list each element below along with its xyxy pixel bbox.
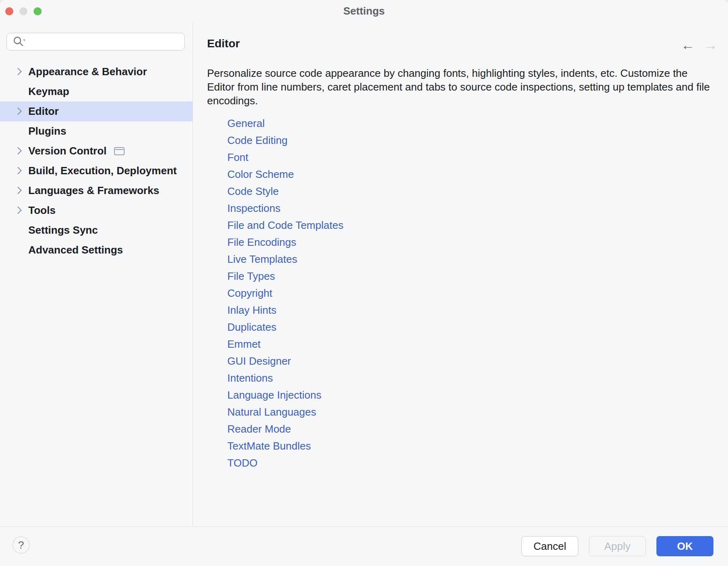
page-title: Editor [207,37,712,50]
editor-subpage-link-intentions[interactable]: Intentions [207,370,273,386]
editor-settings-panel: Editor ← → Personalize source code appea… [193,23,728,526]
sidebar-item-label: Plugins [28,125,66,137]
sidebar-item-label: Appearance & Behavior [28,65,147,78]
link-label: Live Templates [227,253,297,266]
settings-window: Settings Appearance & Behavior Keymap [0,0,728,566]
sidebar-item-label: Settings Sync [28,224,98,237]
editor-subpage-link-reader-mode[interactable]: Reader Mode [207,420,291,437]
link-label: Language Injections [227,389,322,401]
editor-subpage-link-emmet[interactable]: Emmet [207,336,260,353]
question-icon: ? [18,539,24,551]
editor-subpage-link-code-editing[interactable]: Code Editing [207,132,288,149]
search-field[interactable] [6,33,185,51]
editor-subpage-link-general[interactable]: General [207,115,265,132]
dialog-footer: ? Cancel Apply OK [0,526,728,566]
editor-subpage-link-file-and-code-templates[interactable]: File and Code Templates [207,217,343,234]
link-label: Inlay Hints [227,304,276,317]
editor-description: Personalize source code appearance by ch… [207,66,713,108]
sidebar-item-label: Version Control [28,145,107,157]
editor-subpages: General Code Editing Font Color Scheme C… [207,115,712,471]
sidebar-item-settings-sync[interactable]: Settings Sync [0,220,193,240]
link-label: Code Editing [227,134,288,147]
footer-buttons: Cancel Apply OK [521,536,713,556]
chevron-right-icon [14,147,21,154]
link-label: File Encodings [227,236,296,249]
editor-subpage-link-file-encodings[interactable]: File Encodings [207,234,296,251]
chevron-right-icon [14,186,21,194]
sidebar-item-label: Editor [28,105,59,118]
back-icon[interactable]: ← [681,38,695,52]
sidebar-tree: Appearance & Behavior Keymap Editor Plug… [0,62,193,260]
sidebar-item-keymap[interactable]: Keymap [0,82,193,101]
link-label: Reader Mode [227,423,291,435]
link-label: File Types [227,270,275,283]
link-label: Duplicates [227,321,276,334]
sidebar-item-languages-frameworks[interactable]: Languages & Frameworks [0,181,193,201]
editor-subpage-link-gui-designer[interactable]: GUI Designer [207,353,291,370]
editor-subpage-link-font[interactable]: Font [207,149,248,166]
editor-subpage-link-natural-languages[interactable]: Natural Languages [207,403,316,420]
editor-subpage-link-todo[interactable]: TODO [207,454,258,471]
link-label: File and Code Templates [227,219,343,232]
sidebar-item-editor[interactable]: Editor [0,101,193,121]
link-label: Color Scheme [227,168,294,181]
link-label: TextMate Bundles [227,440,311,452]
chevron-right-icon [14,167,21,174]
settings-window-icon [114,147,125,155]
link-label: Emmet [227,338,260,351]
sidebar-item-tools[interactable]: Tools [0,201,193,220]
sidebar-item-label: Tools [28,204,55,217]
link-label: General [227,117,265,130]
settings-sidebar: Appearance & Behavior Keymap Editor Plug… [0,23,193,526]
sidebar-item-build-execution-deployment[interactable]: Build, Execution, Deployment [0,161,193,181]
ok-button[interactable]: OK [656,536,713,556]
link-label: Font [227,151,248,164]
sidebar-item-version-control[interactable]: Version Control [0,141,193,161]
editor-subpage-link-live-templates[interactable]: Live Templates [207,251,297,268]
sidebar-item-label: Advanced Settings [28,244,123,256]
apply-button: Apply [589,536,646,556]
help-button[interactable]: ? [13,536,30,553]
editor-subpage-link-duplicates[interactable]: Duplicates [207,319,276,336]
sidebar-item-advanced-settings[interactable]: Advanced Settings [0,240,193,260]
chevron-right-icon [14,206,21,213]
history-nav: ← → [681,38,717,52]
editor-subpage-link-textmate-bundles[interactable]: TextMate Bundles [207,437,311,454]
window-title: Settings [0,5,728,17]
search-input[interactable] [28,34,184,49]
forward-icon: → [704,38,717,52]
chevron-right-icon [14,107,21,114]
link-label: TODO [227,457,258,469]
editor-subpage-link-inspections[interactable]: Inspections [207,200,281,217]
cancel-button[interactable]: Cancel [521,536,578,556]
sidebar-item-plugins[interactable]: Plugins [0,121,193,141]
sidebar-item-label: Keymap [28,85,69,98]
link-label: Intentions [227,372,273,384]
chevron-right-icon [14,68,21,75]
editor-subpage-link-copyright[interactable]: Copyright [207,285,272,302]
editor-subpage-link-language-injections[interactable]: Language Injections [207,386,322,403]
editor-subpage-link-color-scheme[interactable]: Color Scheme [207,166,294,183]
link-label: Copyright [227,287,272,300]
search-icon [13,36,25,48]
link-label: Natural Languages [227,406,316,418]
sidebar-item-label: Languages & Frameworks [28,184,159,197]
title-bar: Settings [0,0,728,23]
link-label: Code Style [227,185,279,198]
editor-subpage-link-code-style[interactable]: Code Style [207,183,279,200]
link-label: Inspections [227,202,281,215]
sidebar-item-appearance-behavior[interactable]: Appearance & Behavior [0,62,193,82]
link-label: GUI Designer [227,355,291,367]
editor-subpage-link-inlay-hints[interactable]: Inlay Hints [207,302,276,319]
sidebar-item-label: Build, Execution, Deployment [28,165,177,177]
editor-subpage-link-file-types[interactable]: File Types [207,268,275,285]
